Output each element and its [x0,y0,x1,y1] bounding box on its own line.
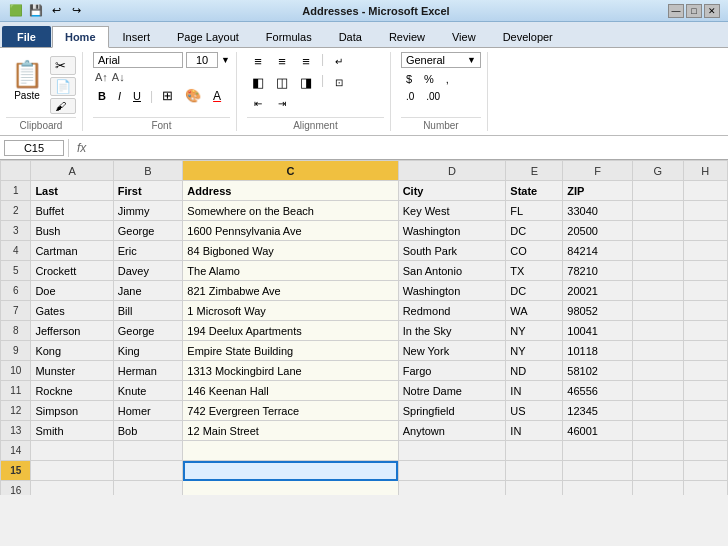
close-button[interactable]: ✕ [704,4,720,18]
cell-a14[interactable] [31,441,113,461]
cell-e15[interactable] [506,461,563,481]
col-header-f[interactable]: F [563,161,633,181]
cell-c4[interactable]: 84 Bigboned Way [183,241,398,261]
cell-f5[interactable]: 78210 [563,261,633,281]
cell-f1[interactable]: ZIP [563,181,633,201]
undo-icon[interactable]: ↩ [48,3,64,19]
cell-d5[interactable]: San Antonio [398,261,506,281]
cell-a10[interactable]: Munster [31,361,113,381]
col-header-d[interactable]: D [398,161,506,181]
row-number[interactable]: 4 [1,241,31,261]
table-row[interactable]: 15 [1,461,728,481]
cell-h3[interactable] [683,221,727,241]
cell-e5[interactable]: TX [506,261,563,281]
cell-g5[interactable] [632,261,683,281]
cell-f7[interactable]: 98052 [563,301,633,321]
cell-c12[interactable]: 742 Evergreen Terrace [183,401,398,421]
cell-b9[interactable]: King [113,341,183,361]
tab-developer[interactable]: Developer [490,26,566,47]
currency-button[interactable]: $ [401,71,417,87]
wrap-text-button[interactable]: ↵ [328,52,350,70]
align-top-right-button[interactable]: ≡ [295,52,317,70]
cell-b15[interactable] [113,461,183,481]
increase-decimal-button[interactable]: .00 [421,89,445,104]
cell-b5[interactable]: Davey [113,261,183,281]
cell-c10[interactable]: 1313 Mockingbird Lane [183,361,398,381]
decrease-indent-button[interactable]: ⇤ [247,94,269,112]
cell-g16[interactable] [632,481,683,496]
cell-c16[interactable] [183,481,398,496]
cell-e4[interactable]: CO [506,241,563,261]
increase-indent-button[interactable]: ⇥ [271,94,293,112]
cell-c7[interactable]: 1 Microsoft Way [183,301,398,321]
maximize-button[interactable]: □ [686,4,702,18]
save-icon[interactable]: 💾 [28,3,44,19]
formula-input[interactable] [94,142,724,154]
cell-f9[interactable]: 10118 [563,341,633,361]
table-row[interactable]: 14 [1,441,728,461]
cell-a8[interactable]: Jefferson [31,321,113,341]
cell-h11[interactable] [683,381,727,401]
cell-h1[interactable] [683,181,727,201]
cell-a7[interactable]: Gates [31,301,113,321]
cell-e3[interactable]: DC [506,221,563,241]
row-number[interactable]: 15 [1,461,31,481]
cut-button[interactable]: ✂ [50,56,76,75]
cell-g10[interactable] [632,361,683,381]
cell-e6[interactable]: DC [506,281,563,301]
cell-e9[interactable]: NY [506,341,563,361]
cell-e14[interactable] [506,441,563,461]
cell-a12[interactable]: Simpson [31,401,113,421]
cell-h8[interactable] [683,321,727,341]
cell-h2[interactable] [683,201,727,221]
cell-c5[interactable]: The Alamo [183,261,398,281]
cell-c9[interactable]: Empire State Building [183,341,398,361]
italic-button[interactable]: I [113,88,126,104]
cell-b16[interactable] [113,481,183,496]
cell-a1[interactable]: Last [31,181,113,201]
cell-b12[interactable]: Homer [113,401,183,421]
row-number[interactable]: 13 [1,421,31,441]
row-number[interactable]: 14 [1,441,31,461]
table-row[interactable]: 6DoeJane821 Zimbabwe AveWashingtonDC2002… [1,281,728,301]
row-number[interactable]: 3 [1,221,31,241]
cell-b13[interactable]: Bob [113,421,183,441]
cell-f13[interactable]: 46001 [563,421,633,441]
cell-h10[interactable] [683,361,727,381]
cell-a15[interactable] [31,461,113,481]
cell-d2[interactable]: Key West [398,201,506,221]
cell-g7[interactable] [632,301,683,321]
cell-d16[interactable] [398,481,506,496]
copy-button[interactable]: 📄 [50,77,76,96]
cell-c11[interactable]: 146 Keenan Hall [183,381,398,401]
cell-f12[interactable]: 12345 [563,401,633,421]
font-grow-icon[interactable]: A↑ [95,71,108,83]
cell-g3[interactable] [632,221,683,241]
bold-button[interactable]: B [93,88,111,104]
align-top-center-button[interactable]: ≡ [271,52,293,70]
cell-d6[interactable]: Washington [398,281,506,301]
cell-b1[interactable]: First [113,181,183,201]
cell-d15[interactable] [398,461,506,481]
table-row[interactable]: 8JeffersonGeorge194 Deelux ApartmentsIn … [1,321,728,341]
table-row[interactable]: 11RockneKnute146 Keenan HallNotre DameIN… [1,381,728,401]
cell-e10[interactable]: ND [506,361,563,381]
cell-a13[interactable]: Smith [31,421,113,441]
cell-d14[interactable] [398,441,506,461]
cell-c14[interactable] [183,441,398,461]
table-row[interactable]: 5CrockettDaveyThe AlamoSan AntonioTX7821… [1,261,728,281]
cell-e13[interactable]: IN [506,421,563,441]
cell-f6[interactable]: 20021 [563,281,633,301]
col-header-e[interactable]: E [506,161,563,181]
cell-f11[interactable]: 46556 [563,381,633,401]
cell-d12[interactable]: Springfield [398,401,506,421]
font-size-dropdown[interactable]: ▼ [221,55,230,65]
row-number[interactable]: 2 [1,201,31,221]
font-name-selector[interactable]: Arial [93,52,183,68]
cell-g4[interactable] [632,241,683,261]
cell-c2[interactable]: Somewhere on the Beach [183,201,398,221]
cell-h16[interactable] [683,481,727,496]
merge-button[interactable]: ⊡ [328,73,350,91]
cell-c6[interactable]: 821 Zimbabwe Ave [183,281,398,301]
cell-d11[interactable]: Notre Dame [398,381,506,401]
